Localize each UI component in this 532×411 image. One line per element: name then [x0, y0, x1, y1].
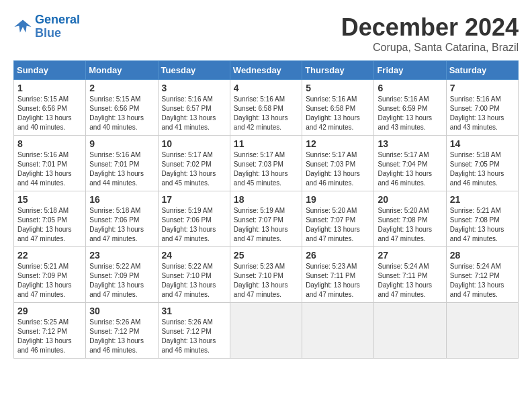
- day-number: 14: [450, 138, 515, 149]
- day-number: 6: [378, 83, 442, 93]
- day-number: 1: [17, 83, 82, 93]
- calendar-table: SundayMondayTuesdayWednesdayThursdayFrid…: [13, 60, 519, 359]
- day-info: Sunrise: 5:24 AM Sunset: 7:11 PM Dayligh…: [378, 262, 442, 300]
- day-number: 13: [378, 138, 442, 149]
- calendar-cell: 23Sunrise: 5:22 AM Sunset: 7:09 PM Dayli…: [86, 247, 158, 303]
- calendar-cell: 16Sunrise: 5:18 AM Sunset: 7:06 PM Dayli…: [86, 191, 158, 247]
- day-number: 24: [162, 250, 226, 261]
- logo-line1: General: [35, 13, 80, 26]
- day-info: Sunrise: 5:18 AM Sunset: 7:06 PM Dayligh…: [89, 206, 154, 244]
- day-info: Sunrise: 5:16 AM Sunset: 7:01 PM Dayligh…: [89, 150, 154, 188]
- calendar-cell: 7Sunrise: 5:16 AM Sunset: 7:00 PM Daylig…: [446, 80, 518, 136]
- day-header-wednesday: Wednesday: [230, 61, 302, 80]
- day-number: 25: [234, 250, 298, 261]
- calendar-cell: 25Sunrise: 5:23 AM Sunset: 7:10 PM Dayli…: [230, 247, 302, 303]
- day-number: 10: [162, 138, 226, 149]
- calendar-cell: 12Sunrise: 5:17 AM Sunset: 7:03 PM Dayli…: [302, 136, 374, 191]
- day-info: Sunrise: 5:23 AM Sunset: 7:10 PM Dayligh…: [234, 262, 298, 300]
- location-subtitle: Corupa, Santa Catarina, Brazil: [341, 42, 519, 54]
- day-info: Sunrise: 5:26 AM Sunset: 7:12 PM Dayligh…: [162, 318, 226, 355]
- day-number: 15: [17, 194, 82, 205]
- week-row-2: 8Sunrise: 5:16 AM Sunset: 7:01 PM Daylig…: [14, 136, 519, 191]
- day-info: Sunrise: 5:15 AM Sunset: 6:56 PM Dayligh…: [17, 95, 82, 132]
- day-number: 5: [306, 83, 370, 93]
- calendar-cell: 19Sunrise: 5:20 AM Sunset: 7:07 PM Dayli…: [302, 191, 374, 247]
- day-header-thursday: Thursday: [302, 61, 374, 80]
- day-info: Sunrise: 5:17 AM Sunset: 7:03 PM Dayligh…: [306, 150, 370, 188]
- calendar-cell: 13Sunrise: 5:17 AM Sunset: 7:04 PM Dayli…: [374, 136, 446, 191]
- day-info: Sunrise: 5:26 AM Sunset: 7:12 PM Dayligh…: [89, 318, 154, 355]
- calendar-cell: 20Sunrise: 5:20 AM Sunset: 7:08 PM Dayli…: [374, 191, 446, 247]
- day-number: 3: [162, 83, 226, 93]
- day-info: Sunrise: 5:16 AM Sunset: 7:01 PM Dayligh…: [17, 150, 82, 188]
- day-info: Sunrise: 5:20 AM Sunset: 7:07 PM Dayligh…: [306, 206, 370, 244]
- day-header-friday: Friday: [374, 61, 446, 80]
- day-info: Sunrise: 5:18 AM Sunset: 7:05 PM Dayligh…: [450, 150, 515, 188]
- day-info: Sunrise: 5:21 AM Sunset: 7:08 PM Dayligh…: [450, 206, 515, 244]
- calendar-header-row: SundayMondayTuesdayWednesdayThursdayFrid…: [14, 61, 519, 80]
- day-number: 22: [17, 250, 82, 261]
- day-number: 9: [89, 138, 154, 149]
- day-info: Sunrise: 5:18 AM Sunset: 7:05 PM Dayligh…: [17, 206, 82, 244]
- calendar-cell: 31Sunrise: 5:26 AM Sunset: 7:12 PM Dayli…: [158, 303, 230, 359]
- day-number: 30: [89, 306, 154, 316]
- day-info: Sunrise: 5:17 AM Sunset: 7:02 PM Dayligh…: [162, 150, 226, 188]
- calendar-cell: 30Sunrise: 5:26 AM Sunset: 7:12 PM Dayli…: [86, 303, 158, 359]
- day-info: Sunrise: 5:16 AM Sunset: 6:58 PM Dayligh…: [234, 95, 298, 132]
- day-header-sunday: Sunday: [14, 61, 86, 80]
- calendar-cell: 22Sunrise: 5:21 AM Sunset: 7:09 PM Dayli…: [14, 247, 86, 303]
- calendar-cell: 24Sunrise: 5:22 AM Sunset: 7:10 PM Dayli…: [158, 247, 230, 303]
- day-info: Sunrise: 5:22 AM Sunset: 7:09 PM Dayligh…: [89, 262, 154, 300]
- calendar-cell: 28Sunrise: 5:24 AM Sunset: 7:12 PM Dayli…: [446, 247, 518, 303]
- title-section: December 2024 Corupa, Santa Catarina, Br…: [341, 13, 519, 54]
- day-info: Sunrise: 5:16 AM Sunset: 7:00 PM Dayligh…: [450, 95, 515, 132]
- day-number: 23: [89, 250, 154, 261]
- calendar-cell: 15Sunrise: 5:18 AM Sunset: 7:05 PM Dayli…: [14, 191, 86, 247]
- day-info: Sunrise: 5:24 AM Sunset: 7:12 PM Dayligh…: [450, 262, 515, 300]
- day-number: 11: [234, 138, 298, 149]
- calendar-cell: [230, 303, 302, 359]
- calendar-cell: 10Sunrise: 5:17 AM Sunset: 7:02 PM Dayli…: [158, 136, 230, 191]
- calendar-cell: 1Sunrise: 5:15 AM Sunset: 6:56 PM Daylig…: [14, 80, 86, 136]
- calendar-cell: 2Sunrise: 5:15 AM Sunset: 6:56 PM Daylig…: [86, 80, 158, 136]
- day-number: 8: [17, 138, 82, 149]
- day-number: 16: [89, 194, 154, 205]
- day-number: 31: [162, 306, 226, 316]
- calendar-cell: [302, 303, 374, 359]
- day-number: 17: [162, 194, 226, 205]
- day-info: Sunrise: 5:21 AM Sunset: 7:09 PM Dayligh…: [17, 262, 82, 300]
- month-title: December 2024: [341, 13, 519, 42]
- logo: General Blue: [13, 13, 80, 40]
- day-number: 21: [450, 194, 515, 205]
- calendar-cell: 26Sunrise: 5:23 AM Sunset: 7:11 PM Dayli…: [302, 247, 374, 303]
- week-row-1: 1Sunrise: 5:15 AM Sunset: 6:56 PM Daylig…: [14, 80, 519, 136]
- day-info: Sunrise: 5:16 AM Sunset: 6:57 PM Dayligh…: [162, 95, 226, 132]
- day-info: Sunrise: 5:15 AM Sunset: 6:56 PM Dayligh…: [89, 95, 154, 132]
- day-number: 7: [450, 83, 515, 93]
- calendar-cell: 11Sunrise: 5:17 AM Sunset: 7:03 PM Dayli…: [230, 136, 302, 191]
- calendar-cell: 4Sunrise: 5:16 AM Sunset: 6:58 PM Daylig…: [230, 80, 302, 136]
- logo-bird-icon: [13, 17, 32, 36]
- calendar-cell: 18Sunrise: 5:19 AM Sunset: 7:07 PM Dayli…: [230, 191, 302, 247]
- logo-line2: Blue: [35, 26, 61, 40]
- calendar-cell: 6Sunrise: 5:16 AM Sunset: 6:59 PM Daylig…: [374, 80, 446, 136]
- day-header-monday: Monday: [86, 61, 158, 80]
- day-number: 2: [89, 83, 154, 93]
- day-info: Sunrise: 5:17 AM Sunset: 7:03 PM Dayligh…: [234, 150, 298, 188]
- week-row-4: 22Sunrise: 5:21 AM Sunset: 7:09 PM Dayli…: [14, 247, 519, 303]
- calendar-cell: [446, 303, 518, 359]
- calendar-cell: 27Sunrise: 5:24 AM Sunset: 7:11 PM Dayli…: [374, 247, 446, 303]
- day-number: 18: [234, 194, 298, 205]
- calendar-cell: 3Sunrise: 5:16 AM Sunset: 6:57 PM Daylig…: [158, 80, 230, 136]
- day-number: 12: [306, 138, 370, 149]
- day-number: 20: [378, 194, 442, 205]
- day-info: Sunrise: 5:20 AM Sunset: 7:08 PM Dayligh…: [378, 206, 442, 244]
- svg-marker-0: [14, 19, 31, 32]
- calendar-cell: 9Sunrise: 5:16 AM Sunset: 7:01 PM Daylig…: [86, 136, 158, 191]
- day-info: Sunrise: 5:16 AM Sunset: 6:58 PM Dayligh…: [306, 95, 370, 132]
- day-number: 26: [306, 250, 370, 261]
- day-header-saturday: Saturday: [446, 61, 518, 80]
- day-number: 28: [450, 250, 515, 261]
- day-info: Sunrise: 5:16 AM Sunset: 6:59 PM Dayligh…: [378, 95, 442, 132]
- week-row-5: 29Sunrise: 5:25 AM Sunset: 7:12 PM Dayli…: [14, 303, 519, 359]
